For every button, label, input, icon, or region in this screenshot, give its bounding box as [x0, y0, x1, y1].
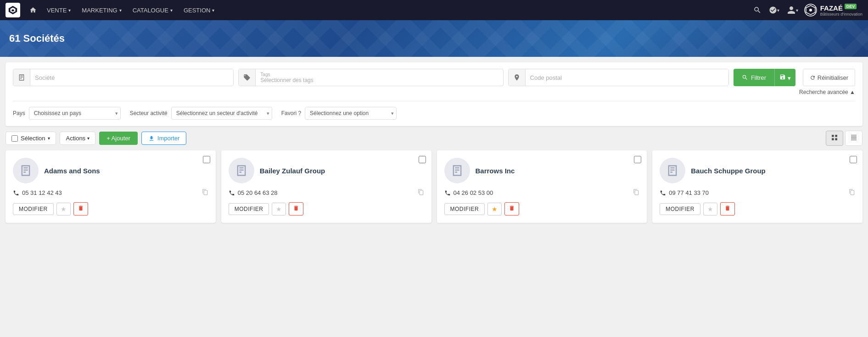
- tags-placeholder: Sélectionner des tags: [260, 77, 313, 83]
- secteur-select[interactable]: Sélectionnez un secteur d'activité: [171, 107, 272, 120]
- star-button[interactable]: ★: [487, 203, 502, 215]
- postal-filter-group: [508, 69, 729, 86]
- grid-view-button[interactable]: [826, 131, 843, 146]
- modifier-button[interactable]: MODIFIER: [444, 203, 485, 215]
- card-checkbox[interactable]: [203, 156, 210, 163]
- svg-point-4: [809, 9, 812, 11]
- location-icon: [509, 69, 526, 86]
- star-button[interactable]: ★: [272, 203, 286, 215]
- user-avatar-icon[interactable]: ▾: [785, 4, 800, 17]
- company-avatar: [444, 158, 470, 183]
- card-actions: MODIFIER ★: [229, 202, 424, 215]
- star-button[interactable]: ★: [703, 203, 717, 215]
- brand-logo: FAZAÉ DEV Bâtisseurs d'innovation: [804, 3, 862, 17]
- filters-section: Tags Sélectionner des tags Filtrer ▾ Réi: [6, 62, 862, 126]
- selection-button[interactable]: Sélection ▾: [6, 132, 56, 145]
- advanced-search-toggle[interactable]: Recherche avancée ▲: [13, 89, 855, 95]
- phone-icon: [660, 190, 666, 196]
- star-button[interactable]: ★: [56, 203, 71, 215]
- secteur-select-wrap: Sélectionnez un secteur d'activité: [171, 107, 272, 120]
- nav-marketing[interactable]: MARKETING ▾: [77, 4, 126, 17]
- table-view-button[interactable]: [845, 131, 862, 146]
- card-phone: 05 20 64 63 28: [229, 189, 424, 197]
- nav-catalogue[interactable]: CATALOGUE ▾: [128, 4, 177, 17]
- save-filter-button[interactable]: ▾: [774, 69, 795, 86]
- pays-group: Pays Choisissez un pays: [13, 107, 121, 120]
- tags-label: Tags: [260, 72, 498, 77]
- company-name: Bailey Zulauf Group: [260, 167, 325, 175]
- company-name: Adams and Sons: [44, 167, 100, 175]
- add-button[interactable]: + Ajouter: [99, 132, 138, 145]
- delete-button[interactable]: [73, 202, 88, 215]
- nav-vente[interactable]: VENTE ▾: [42, 4, 75, 17]
- postal-input[interactable]: [526, 69, 728, 86]
- brand-subtitle: Bâtisseurs d'innovation: [820, 12, 862, 17]
- vente-chevron: ▾: [68, 8, 71, 13]
- pays-label: Pays: [13, 110, 25, 116]
- phone-number: 05 20 64 63 28: [238, 189, 278, 196]
- brand-name: FAZAÉ: [820, 4, 843, 12]
- secteur-label: Secteur activité: [130, 110, 168, 116]
- card-phone: 09 77 41 33 70: [660, 189, 855, 197]
- company-name: Bauch Schuppe Group: [691, 167, 766, 175]
- pays-select-wrap: Choisissez un pays: [29, 107, 121, 120]
- favori-select-wrap: Sélectionnez une option: [305, 107, 397, 120]
- secteur-group: Secteur activité Sélectionnez un secteur…: [130, 107, 272, 120]
- copy-icon[interactable]: [202, 189, 208, 197]
- phone-icon: [229, 190, 235, 196]
- phone-number: 04 26 02 53 00: [454, 189, 493, 196]
- page-header-banner: 61 Sociétés: [0, 20, 868, 57]
- copy-icon[interactable]: [418, 189, 424, 197]
- card-actions: MODIFIER ★: [13, 202, 208, 215]
- delete-button[interactable]: [289, 202, 303, 215]
- company-card: Barrows Inc 04 26 02 53 00 MODIFIER ★: [437, 150, 647, 223]
- pays-select[interactable]: Choisissez un pays: [29, 107, 121, 120]
- modifier-button[interactable]: MODIFIER: [660, 203, 700, 215]
- app-logo[interactable]: [6, 3, 20, 17]
- card-checkbox[interactable]: [634, 156, 641, 163]
- card-actions: MODIFIER ★: [660, 202, 855, 215]
- building-icon: [13, 69, 30, 86]
- modifier-button[interactable]: MODIFIER: [13, 203, 54, 215]
- company-card: Adams and Sons 05 31 12 42 43 MODIFIER ★: [6, 150, 216, 223]
- card-top: Bailey Zulauf Group: [229, 158, 424, 183]
- societe-filter-group: [13, 69, 234, 86]
- tags-filter-group[interactable]: Tags Sélectionner des tags: [238, 69, 503, 86]
- phone-number: 09 77 41 33 70: [669, 189, 709, 196]
- import-button[interactable]: Importer: [141, 132, 186, 145]
- actions-chevron: ▾: [87, 136, 90, 141]
- filter-buttons: Filtrer ▾: [734, 69, 795, 86]
- nav-home[interactable]: [26, 4, 40, 17]
- marketing-chevron: ▾: [119, 8, 122, 13]
- modifier-button[interactable]: MODIFIER: [229, 203, 269, 215]
- selection-chevron: ▾: [48, 136, 50, 141]
- card-top: Adams and Sons: [13, 158, 208, 183]
- favori-select[interactable]: Sélectionnez une option: [305, 107, 397, 120]
- phone-number: 05 31 12 42 43: [22, 189, 62, 196]
- societe-input[interactable]: [30, 69, 233, 86]
- selection-checkbox[interactable]: [11, 135, 18, 142]
- card-checkbox[interactable]: [850, 156, 857, 163]
- user-globe-icon[interactable]: ▾: [767, 4, 781, 16]
- catalogue-chevron: ▾: [170, 8, 173, 13]
- copy-icon[interactable]: [633, 189, 639, 197]
- delete-button[interactable]: [504, 202, 519, 215]
- copy-icon[interactable]: [849, 189, 855, 197]
- gestion-chevron: ▾: [212, 8, 214, 13]
- card-top: Bauch Schuppe Group: [660, 158, 855, 183]
- search-icon-btn[interactable]: [751, 4, 763, 16]
- reset-button[interactable]: Réinitialiser: [803, 69, 855, 86]
- companies-grid: Adams and Sons 05 31 12 42 43 MODIFIER ★…: [0, 150, 868, 228]
- favori-label: Favori ?: [281, 110, 301, 116]
- company-name: Barrows Inc: [476, 167, 515, 175]
- toolbar: Sélection ▾ Actions ▾ + Ajouter Importer: [0, 126, 868, 150]
- company-avatar: [229, 158, 254, 183]
- page-title: 61 Sociétés: [9, 33, 65, 44]
- card-actions: MODIFIER ★: [444, 202, 640, 215]
- actions-button[interactable]: Actions ▾: [60, 132, 95, 145]
- company-card: Bailey Zulauf Group 05 20 64 63 28 MODIF…: [221, 150, 431, 223]
- card-checkbox[interactable]: [419, 156, 426, 163]
- delete-button[interactable]: [720, 202, 735, 215]
- nav-gestion[interactable]: GESTION ▾: [179, 4, 219, 17]
- filter-button[interactable]: Filtrer: [734, 69, 774, 86]
